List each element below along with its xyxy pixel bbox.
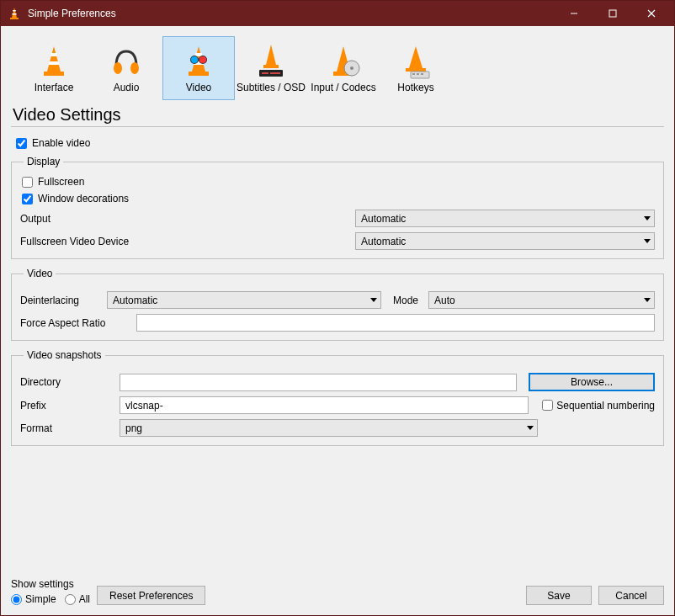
deinterlacing-label: Deinterlacing (20, 295, 100, 306)
force-aspect-input[interactable] (136, 314, 655, 332)
svg-point-13 (130, 62, 139, 74)
fullscreen-device-label: Fullscreen Video Device (20, 236, 348, 247)
radio-all-wrap[interactable]: All (65, 593, 90, 605)
snapshots-legend: Video snapshots (24, 349, 105, 361)
mode-label: Mode (393, 295, 422, 306)
svg-marker-40 (644, 298, 651, 302)
radio-all[interactable] (65, 594, 76, 605)
interface-cone-icon (35, 43, 72, 80)
svg-point-21 (199, 56, 206, 63)
svg-rect-10 (50, 53, 57, 56)
svg-marker-22 (266, 45, 276, 65)
window-title: Simple Preferences (28, 8, 555, 19)
svg-rect-11 (49, 61, 59, 65)
svg-point-20 (191, 56, 198, 63)
prefix-input[interactable] (120, 396, 529, 414)
chevron-down-icon (527, 426, 534, 431)
tab-subtitles[interactable]: Subtitles / OSD (235, 36, 307, 100)
svg-rect-15 (189, 72, 209, 76)
directory-input[interactable] (120, 374, 517, 391)
directory-label: Directory (20, 376, 113, 388)
tab-label: Input / Codecs (311, 82, 375, 93)
svg-rect-16 (195, 53, 202, 56)
video-snapshots-group: Video snapshots Directory Browse... Pref… (11, 349, 664, 446)
fullscreen-checkbox[interactable] (22, 177, 33, 188)
enable-video-checkbox[interactable] (16, 138, 27, 149)
audio-headphones-icon (108, 43, 145, 80)
tab-input-codecs[interactable]: Input / Codecs (307, 36, 380, 100)
svg-marker-0 (12, 8, 17, 18)
svg-rect-2 (13, 10, 16, 12)
svg-marker-41 (527, 426, 534, 430)
tab-label: Subtitles / OSD (237, 82, 306, 93)
output-label: Output (20, 213, 348, 225)
svg-rect-36 (421, 73, 423, 75)
radio-simple[interactable] (11, 594, 22, 605)
svg-rect-1 (10, 18, 19, 19)
chevron-down-icon (644, 239, 651, 244)
divider (11, 126, 664, 127)
maximize-button[interactable] (593, 1, 632, 26)
svg-point-30 (350, 66, 353, 70)
save-button[interactable]: Save (526, 586, 592, 605)
chevron-down-icon (644, 216, 651, 221)
format-value: png (125, 422, 142, 434)
tab-label: Interface (35, 82, 74, 93)
svg-rect-26 (270, 72, 280, 74)
tab-hotkeys[interactable]: Hotkeys (380, 36, 452, 100)
svg-rect-32 (406, 68, 426, 72)
svg-rect-25 (262, 72, 268, 74)
svg-rect-34 (412, 73, 415, 75)
svg-point-12 (114, 62, 122, 74)
video-cone-glasses-icon (180, 43, 217, 80)
tab-label: Video (186, 82, 211, 93)
titlebar: Simple Preferences (1, 1, 674, 26)
svg-rect-35 (417, 73, 419, 75)
close-button[interactable] (632, 1, 671, 26)
video-legend: Video (24, 268, 56, 279)
minimize-button[interactable] (555, 1, 593, 26)
svg-rect-3 (12, 13, 16, 15)
video-group: Video Deinterlacing Automatic Mode Auto … (11, 268, 664, 341)
svg-rect-9 (44, 72, 64, 76)
output-select[interactable]: Automatic (355, 210, 655, 227)
tab-label: Hotkeys (397, 82, 433, 93)
force-aspect-label: Force Aspect Ratio (20, 317, 130, 329)
reset-preferences-button[interactable]: Reset Preferences (97, 586, 205, 605)
window-decorations-checkbox[interactable] (22, 194, 33, 204)
mode-value: Auto (434, 295, 455, 306)
tab-audio[interactable]: Audio (90, 36, 162, 100)
tab-interface[interactable]: Interface (18, 36, 90, 100)
subtitles-cone-icon (252, 43, 290, 80)
svg-marker-39 (370, 298, 377, 302)
format-select[interactable]: png (120, 419, 538, 437)
radio-simple-wrap[interactable]: Simple (11, 593, 56, 605)
deinterlacing-select[interactable]: Automatic (107, 291, 381, 309)
output-value: Automatic (361, 213, 406, 225)
prefix-label: Prefix (20, 400, 113, 412)
svg-marker-37 (644, 216, 651, 220)
chevron-down-icon (370, 298, 377, 303)
fullscreen-device-select[interactable]: Automatic (355, 232, 655, 250)
window-decorations-label: Window decorations (38, 193, 129, 204)
svg-marker-31 (409, 46, 423, 68)
sequential-numbering-checkbox[interactable] (542, 400, 553, 411)
cancel-button[interactable]: Cancel (598, 586, 664, 605)
fullscreen-label: Fullscreen (38, 176, 84, 188)
chevron-down-icon (644, 298, 651, 303)
browse-button[interactable]: Browse... (529, 373, 655, 391)
mode-select[interactable]: Auto (428, 291, 655, 309)
codecs-cone-disc-icon (325, 43, 362, 80)
display-legend: Display (24, 156, 63, 167)
category-tabstrip: Interface Audio Video Subtitles / OSD In… (11, 33, 664, 100)
deinterlacing-value: Automatic (113, 295, 157, 306)
radio-simple-label: Simple (25, 593, 56, 605)
tab-video[interactable]: Video (162, 36, 235, 100)
fullscreen-device-value: Automatic (361, 236, 406, 247)
hotkeys-cone-keyboard-icon (397, 43, 434, 80)
radio-all-label: All (79, 593, 90, 605)
show-settings-label: Show settings (11, 578, 90, 590)
display-group: Display Fullscreen Window decorations Ou… (11, 156, 664, 259)
svg-marker-8 (47, 46, 61, 72)
tab-label: Audio (114, 82, 140, 93)
